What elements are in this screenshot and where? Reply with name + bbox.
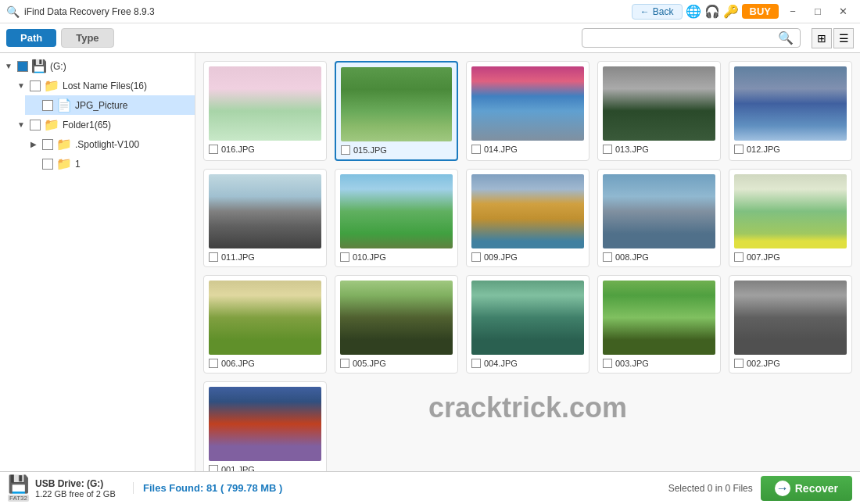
spotlight-item[interactable]: ▶ 📁 .Spotlight-V100: [25, 134, 195, 154]
thumb-checkbox-011[interactable]: [209, 252, 218, 262]
thumb-checkbox-015[interactable]: [341, 145, 350, 155]
thumb-checkbox-002[interactable]: [734, 359, 744, 368]
thumb-card-004[interactable]: 004.JPG: [466, 275, 589, 374]
lost-name-files-item[interactable]: ▼ 📁 Lost Name Files(16): [13, 76, 195, 95]
folder-1-item[interactable]: 📁 1: [25, 154, 195, 173]
close-button[interactable]: ✕: [832, 3, 854, 20]
thumb-checkbox-005[interactable]: [340, 359, 349, 368]
titlebar-right: ← Back 🌐 🎧 🔑 BUY − □ ✕: [632, 3, 854, 20]
thumb-checkbox-010[interactable]: [340, 252, 349, 262]
thumb-label-013: 013.JPG: [603, 145, 715, 154]
spotlight-checkbox[interactable]: [42, 139, 53, 150]
spotlight-label: .Spotlight-V100: [75, 139, 139, 150]
thumb-checkbox-004[interactable]: [471, 359, 481, 368]
thumb-filename-006: 006.JPG: [221, 359, 255, 368]
thumb-card-011[interactable]: 011.JPG: [203, 169, 327, 267]
thumb-card-002[interactable]: 002.JPG: [729, 275, 852, 374]
sidebar: ▼ 💾 (G:) ▼ 📁 Lost Name Files(16) 📄 JPG_P…: [0, 53, 195, 471]
thumb-card-010[interactable]: 010.JPG: [335, 169, 458, 267]
thumb-image-001: [209, 387, 321, 461]
thumb-card-006[interactable]: 006.JPG: [203, 275, 327, 374]
thumb-image-008: [603, 174, 715, 248]
folder1-checkbox[interactable]: [30, 120, 41, 130]
buy-button[interactable]: BUY: [742, 4, 779, 19]
files-found-label: Files Found: 81 ( 799.78 MB ): [133, 482, 282, 494]
thumb-label-009: 009.JPG: [471, 252, 584, 262]
app-icon: 🔍: [6, 5, 20, 18]
thumb-checkbox-009[interactable]: [471, 252, 481, 262]
thumb-checkbox-007[interactable]: [734, 252, 744, 262]
thumb-card-012[interactable]: 012.JPG: [729, 61, 852, 161]
thumb-image-009: [471, 174, 584, 248]
thumb-label-008: 008.JPG: [603, 252, 715, 262]
drive-text: USB Drive: (G:) 1.22 GB free of 2 GB: [35, 478, 116, 499]
expand-lost-arrow-icon: ▼: [16, 81, 27, 90]
thumb-card-014[interactable]: 014.JPG: [466, 61, 589, 161]
restore-button[interactable]: □: [807, 3, 829, 20]
thumb-label-002: 002.JPG: [734, 359, 847, 368]
thumb-label-016: 016.JPG: [209, 145, 321, 154]
search-input[interactable]: [589, 32, 778, 44]
thumb-checkbox-014[interactable]: [471, 145, 481, 154]
thumb-filename-009: 009.JPG: [484, 252, 518, 262]
thumb-checkbox-013[interactable]: [603, 145, 612, 154]
drive-item[interactable]: ▼ 💾 (G:): [0, 56, 195, 76]
search-icon: 🔍: [778, 30, 794, 45]
tab-type[interactable]: Type: [61, 28, 113, 48]
jpg-picture-checkbox[interactable]: [42, 100, 53, 111]
thumb-card-009[interactable]: 009.JPG: [466, 169, 589, 267]
thumb-filename-012: 012.JPG: [747, 145, 780, 154]
thumb-image-010: [340, 174, 453, 248]
thumb-image-007: [734, 174, 847, 248]
thumb-card-001[interactable]: 001.JPG: [203, 381, 327, 471]
folder-1-checkbox[interactable]: [42, 159, 53, 170]
thumb-card-003[interactable]: 003.JPG: [597, 275, 721, 374]
thumb-filename-014: 014.JPG: [484, 145, 518, 154]
folder-yellow-icon: 📁: [44, 78, 59, 93]
thumb-card-013[interactable]: 013.JPG: [597, 61, 721, 161]
file-icon: 📄: [56, 98, 72, 113]
drive-label: (G:): [50, 61, 66, 72]
search-box: 🔍: [582, 28, 801, 48]
globe-icon[interactable]: 🌐: [686, 4, 701, 19]
jpg-picture-item[interactable]: 📄 JPG_Picture: [25, 95, 195, 115]
tab-path[interactable]: Path: [6, 29, 56, 47]
thumb-image-015: [341, 67, 452, 141]
back-arrow-icon: ←: [640, 6, 650, 17]
thumb-checkbox-003[interactable]: [603, 359, 612, 368]
drive-checkbox[interactable]: [17, 61, 28, 72]
folder1-icon: 📁: [44, 117, 59, 132]
drive-info: 💾 FAT32 USB Drive: (G:) 1.22 GB free of …: [8, 474, 125, 502]
drive-name-label: USB Drive: (G:): [35, 478, 116, 489]
folder1-item[interactable]: ▼ 📁 Folder1(65): [13, 115, 195, 134]
thumb-card-005[interactable]: 005.JPG: [335, 275, 458, 374]
titlebar: 🔍 iFind Data Recovery Free 8.9.3 ← Back …: [0, 0, 860, 23]
thumb-label-004: 004.JPG: [471, 359, 584, 368]
back-button[interactable]: ← Back: [632, 4, 683, 20]
thumb-label-011: 011.JPG: [209, 252, 321, 262]
key-icon[interactable]: 🔑: [723, 4, 739, 19]
headset-icon[interactable]: 🎧: [704, 4, 720, 19]
thumb-label-015: 015.JPG: [341, 145, 452, 155]
thumb-card-007[interactable]: 007.JPG: [729, 169, 852, 267]
thumb-card-008[interactable]: 008.JPG: [597, 169, 721, 267]
toolbar: Path Type 🔍 ⊞ ☰: [0, 23, 860, 53]
thumb-label-007: 007.JPG: [734, 252, 847, 262]
thumb-checkbox-012[interactable]: [734, 145, 744, 154]
thumb-filename-004: 004.JPG: [484, 359, 518, 368]
thumb-checkbox-001[interactable]: [209, 465, 218, 471]
lost-name-checkbox[interactable]: [30, 80, 41, 91]
recover-button[interactable]: → Recover: [761, 476, 852, 501]
thumb-card-016[interactable]: 016.JPG: [203, 61, 327, 161]
thumb-image-006: [209, 281, 321, 355]
thumbnail-view-button[interactable]: ⊞: [812, 28, 832, 48]
selected-info-label: Selected 0 in 0 Files: [668, 483, 753, 494]
thumb-checkbox-016[interactable]: [209, 145, 218, 154]
expand-arrow-icon: ▼: [3, 62, 14, 70]
thumb-checkbox-008[interactable]: [603, 252, 612, 262]
thumb-image-003: [603, 281, 715, 355]
thumb-card-015[interactable]: 015.JPG: [335, 61, 458, 161]
thumb-checkbox-006[interactable]: [209, 359, 218, 368]
minimize-button[interactable]: −: [782, 3, 804, 20]
list-view-button[interactable]: ☰: [833, 28, 854, 48]
